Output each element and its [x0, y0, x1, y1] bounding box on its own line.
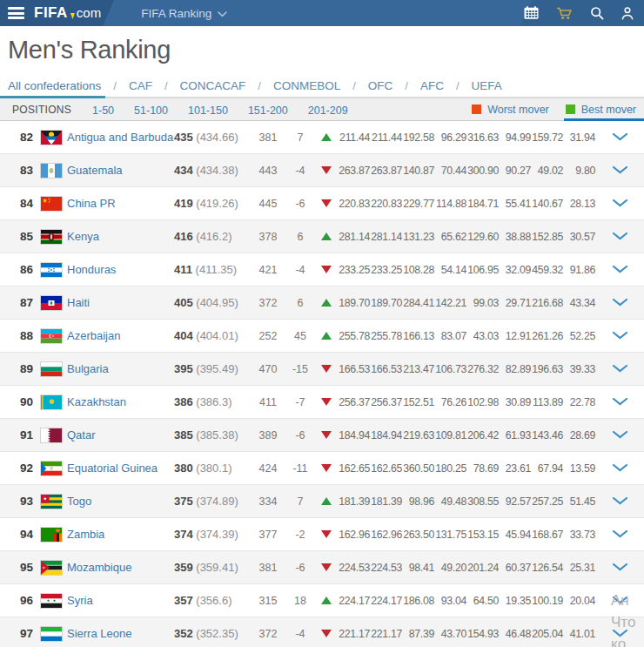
- fifa-com-logo[interactable]: FIFA com: [34, 4, 101, 22]
- expand-chevron-icon[interactable]: [595, 630, 644, 637]
- range-link-51-100[interactable]: 51-100: [134, 104, 168, 117]
- tab-all-confederations[interactable]: All confederations: [8, 79, 101, 92]
- expand-chevron-icon[interactable]: [595, 530, 644, 538]
- fifa-ranking-dropdown[interactable]: FIFA Ranking: [141, 7, 227, 20]
- points-cell: 434 (434.38): [174, 164, 251, 177]
- stat-value-4: 106.73: [434, 363, 466, 375]
- expand-chevron-icon[interactable]: [595, 299, 644, 307]
- menu-icon[interactable]: [8, 5, 24, 22]
- range-link-151-200[interactable]: 151-200: [248, 104, 288, 117]
- down-triangle: [321, 563, 332, 571]
- rank-number: 88: [0, 329, 33, 342]
- stat-value-2: 162.65: [370, 462, 402, 475]
- points-total: 385: [174, 428, 193, 441]
- country-link[interactable]: Azerbaijan: [67, 329, 174, 342]
- expand-chevron-icon[interactable]: [595, 398, 644, 406]
- expand-chevron-icon[interactable]: [595, 431, 644, 439]
- previous-points: 252: [251, 330, 285, 342]
- rank-number: 83: [0, 164, 33, 177]
- expand-chevron-icon[interactable]: [595, 464, 644, 472]
- tab-afc[interactable]: AFC: [420, 79, 444, 92]
- stat-value-5: 206.42: [466, 429, 499, 441]
- tab-conmebol[interactable]: CONMEBOL: [273, 79, 340, 92]
- stat-value-7: 459.32: [531, 264, 563, 276]
- stat-value-5: 99.03: [466, 297, 499, 309]
- country-link[interactable]: Kazakhstan: [67, 395, 174, 408]
- stat-value-6: 19.35: [499, 595, 531, 607]
- expand-chevron-icon[interactable]: [595, 497, 644, 505]
- stat-value-8: 20.04: [563, 595, 595, 607]
- range-link-101-150[interactable]: 101-150: [188, 104, 228, 117]
- stat-value-1: 189.70: [338, 297, 370, 309]
- range-underline-bar: [564, 118, 644, 121]
- expand-chevron-icon[interactable]: [595, 133, 644, 141]
- stat-value-5: 106.95: [466, 264, 499, 276]
- country-link[interactable]: Qatar: [67, 428, 174, 441]
- calendar-icon[interactable]: [524, 6, 539, 20]
- flag-sierra-leone-icon: [41, 627, 62, 641]
- range-link-1-50[interactable]: 1-50: [92, 104, 114, 117]
- stat-value-4: 49.48: [434, 495, 466, 508]
- points-total: 404: [174, 329, 193, 342]
- expand-chevron-icon[interactable]: [595, 166, 644, 174]
- country-link[interactable]: Syria: [67, 594, 174, 607]
- expand-chevron-icon[interactable]: [595, 332, 644, 340]
- rank-number: 84: [0, 197, 33, 210]
- rank-change: -6: [285, 429, 315, 441]
- trend-up-icon: [315, 332, 338, 340]
- tab-separator: /: [405, 79, 408, 92]
- country-link[interactable]: Sierra Leone: [67, 627, 174, 640]
- rank-number: 96: [0, 594, 33, 607]
- stat-value-2: 181.39: [370, 495, 402, 508]
- country-link[interactable]: Bulgaria: [67, 362, 174, 375]
- best-mover-square: [566, 104, 575, 114]
- rank-number: 97: [0, 627, 33, 640]
- country-link[interactable]: China PR: [67, 197, 174, 210]
- stat-value-7: 100.19: [531, 595, 563, 607]
- country-link[interactable]: Haiti: [67, 296, 174, 309]
- previous-points: 443: [251, 165, 285, 177]
- rank-number: 82: [0, 131, 33, 144]
- previous-points: 389: [251, 429, 285, 441]
- country-link[interactable]: Honduras: [67, 263, 174, 276]
- tab-caf[interactable]: CAF: [129, 79, 152, 92]
- expand-chevron-icon[interactable]: [595, 199, 644, 207]
- range-link-201-209[interactable]: 201-209: [308, 104, 348, 117]
- tab-concacaf[interactable]: CONCACAF: [180, 79, 246, 92]
- profile-icon[interactable]: [621, 6, 634, 20]
- logo-yellow-mark: [70, 13, 75, 19]
- previous-points: 378: [251, 231, 285, 243]
- stat-value-6: 92.57: [499, 495, 531, 508]
- cart-icon[interactable]: [556, 6, 573, 20]
- country-link[interactable]: Mozambique: [67, 561, 174, 574]
- expand-chevron-icon[interactable]: [595, 596, 644, 604]
- points-total: 419: [174, 197, 193, 210]
- country-link[interactable]: Zambia: [67, 528, 174, 541]
- expand-chevron-icon[interactable]: [595, 233, 644, 240]
- stat-value-1: 220.83: [338, 198, 370, 210]
- trend-up-icon: [315, 596, 338, 604]
- country-link[interactable]: Kenya: [67, 230, 174, 243]
- expand-chevron-icon[interactable]: [595, 563, 644, 571]
- tab-ofc[interactable]: OFC: [368, 79, 393, 92]
- down-triangle: [321, 431, 332, 439]
- expand-chevron-icon[interactable]: [595, 365, 644, 373]
- table-row: 83Guatemala434 (434.38)443-4263.87263.87…: [0, 154, 644, 187]
- points-exact: (404.01): [193, 329, 238, 342]
- country-link[interactable]: Antigua and Barbuda: [67, 131, 174, 144]
- country-link[interactable]: Togo: [67, 495, 174, 508]
- points-total: 374: [174, 528, 193, 541]
- trend-down-icon: [315, 166, 338, 174]
- stat-value-1: 162.96: [338, 529, 370, 541]
- flag-mozambique-icon: [41, 561, 62, 575]
- country-link[interactable]: Guatemala: [67, 164, 174, 177]
- tab-uefa[interactable]: UEFA: [472, 79, 502, 92]
- stat-value-3: 87.39: [402, 628, 434, 640]
- points-exact: (416.2): [193, 230, 232, 243]
- stat-value-8: 13.59: [563, 462, 595, 475]
- country-link[interactable]: Equatorial Guinea: [67, 462, 174, 475]
- expand-chevron-icon[interactable]: [595, 266, 644, 273]
- stat-value-2: 224.17: [370, 595, 402, 607]
- search-icon[interactable]: [590, 6, 604, 20]
- flag-qatar-icon: [41, 428, 62, 442]
